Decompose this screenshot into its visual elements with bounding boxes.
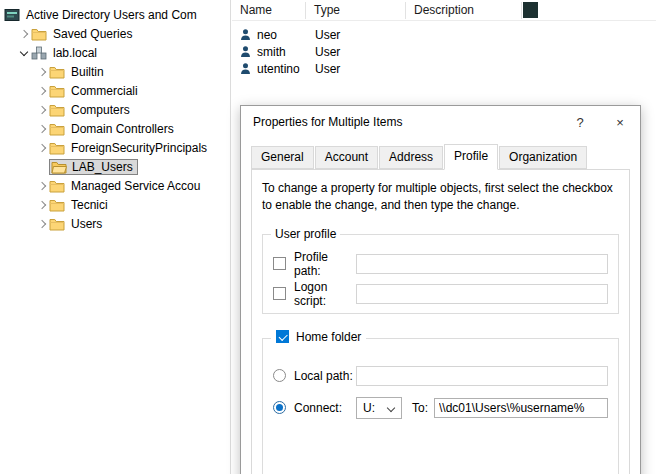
console-tree-panel: Active Directory Users and Com Saved Que… [0,0,231,474]
object-type: User [306,45,406,59]
folder-icon [49,179,68,193]
tree-item-root[interactable]: Active Directory Users and Com [0,5,230,24]
tree-item-builtin[interactable]: Builtin [0,62,230,81]
tree-item-tecnici[interactable]: Tecnici [0,195,230,214]
column-header-type[interactable]: Type [306,2,406,19]
folder-icon [49,122,68,136]
tree-item-label: ForeignSecurityPrincipals [68,140,210,156]
folder-icon [49,65,68,79]
home-folder-checkbox[interactable] [276,330,289,343]
tree-item-lab-local[interactable]: lab.local [0,43,230,62]
folder-icon [49,198,68,212]
domain-icon [31,46,50,60]
column-header-name[interactable]: Name [232,2,306,19]
tree-item-label: Active Directory Users and Com [23,7,200,23]
folder-icon [31,27,50,41]
logon-script-checkbox[interactable] [273,287,286,300]
profile-path-checkbox[interactable] [273,257,286,270]
connect-path-input[interactable] [434,398,608,418]
tree-item-label: Tecnici [68,197,111,213]
user-name: utentino [257,62,300,76]
to-label: To: [412,401,428,415]
tree-item-label: Builtin [68,64,107,80]
list-row[interactable]: utentino User [232,60,656,77]
tab-organization[interactable]: Organization [499,146,587,169]
tab-general[interactable]: General [251,146,314,169]
tab-address[interactable]: Address [379,146,443,169]
user-icon [239,28,253,41]
logon-script-label: Logon script: [286,280,356,308]
tree-item-label: lab.local [50,45,100,61]
chevron-right-icon[interactable] [35,217,49,231]
dialog-tab-strip: General Account Address Profile Organiza… [251,146,640,169]
list-column-header: Name Type Description [232,0,656,21]
column-header-description[interactable]: Description [406,2,522,19]
list-row[interactable]: smith User [232,43,656,60]
connect-row: Connect: U: To: [273,397,608,419]
home-folder-check-row: Home folder [271,330,366,344]
user-profile-group-label: User profile [271,227,340,241]
connect-radio[interactable] [273,401,286,414]
tree-item-commerciali[interactable]: Commerciali [0,81,230,100]
profile-path-label: Profile path: [286,250,356,278]
tree-item-label: LAB_Users [70,160,135,174]
profile-tab-page: To change a property for multiple object… [251,169,630,474]
logon-script-row: Logon script: [273,283,608,305]
tree-item-managed-service-accounts[interactable]: Managed Service Accou [0,176,230,195]
tree-item-label: Computers [68,102,133,118]
chevron-right-icon[interactable] [35,122,49,136]
tree-item-lab-users[interactable]: LAB_Users [0,157,230,176]
tree-item-computers[interactable]: Computers [0,100,230,119]
instruction-text: To change a property for multiple object… [262,180,618,214]
user-profile-group: User profile Profile path: Logon script: [262,234,619,314]
tree-item-saved-queries[interactable]: Saved Queries [0,24,230,43]
dialog-titlebar[interactable]: Properties for Multiple Items ? × [241,106,640,138]
chevron-down-icon[interactable] [17,46,31,60]
user-icon [239,62,253,75]
drive-letter-dropdown[interactable]: U: [356,397,402,419]
list-rows: neo User smith User utentino User [232,21,656,77]
header-dark-icon [523,2,538,18]
chevron-right-icon[interactable] [35,198,49,212]
list-row[interactable]: neo User [232,26,656,43]
tree-item-domain-controllers[interactable]: Domain Controllers [0,119,230,138]
profile-path-input[interactable] [356,254,608,274]
folder-icon [49,217,68,231]
help-button[interactable]: ? [560,107,600,138]
tree-item-label: Domain Controllers [68,121,177,137]
chevron-right-icon[interactable] [35,65,49,79]
close-button[interactable]: × [600,107,640,138]
chevron-right-icon[interactable] [35,179,49,193]
home-folder-group: Home folder Local path: Connect: U: To: [262,338,619,474]
chevron-right-icon[interactable] [35,103,49,117]
tab-account[interactable]: Account [315,146,378,169]
drive-letter-value: U: [363,401,375,415]
connect-label: Connect: [286,401,356,415]
chevron-spacer [35,160,49,174]
logon-script-input[interactable] [356,284,608,304]
local-path-row: Local path: [273,365,608,387]
chevron-right-icon[interactable] [17,27,31,41]
selected-tree-item: LAB_Users [49,159,138,175]
local-path-radio[interactable] [273,369,286,382]
tree-item-foreign-security-principals[interactable]: ForeignSecurityPrincipals [0,138,230,157]
local-path-input[interactable] [356,366,608,386]
user-icon [239,45,253,58]
tree-item-label: Managed Service Accou [68,178,203,194]
chevron-right-icon[interactable] [35,84,49,98]
dialog-title: Properties for Multiple Items [241,115,560,129]
object-type: User [306,28,406,42]
folder-icon [49,103,68,117]
tab-profile[interactable]: Profile [444,144,498,170]
home-folder-label: Home folder [296,330,361,344]
user-name: neo [257,28,277,42]
object-type: User [306,62,406,76]
properties-dialog: Properties for Multiple Items ? × Genera… [240,105,641,474]
tree-item-users[interactable]: Users [0,214,230,233]
folder-icon [49,84,68,98]
folder-open-icon [51,160,70,174]
tree-item-label: Saved Queries [50,26,135,42]
aduc-root-icon [4,8,23,22]
chevron-right-icon[interactable] [35,141,49,155]
tree-item-label: Commerciali [68,83,141,99]
